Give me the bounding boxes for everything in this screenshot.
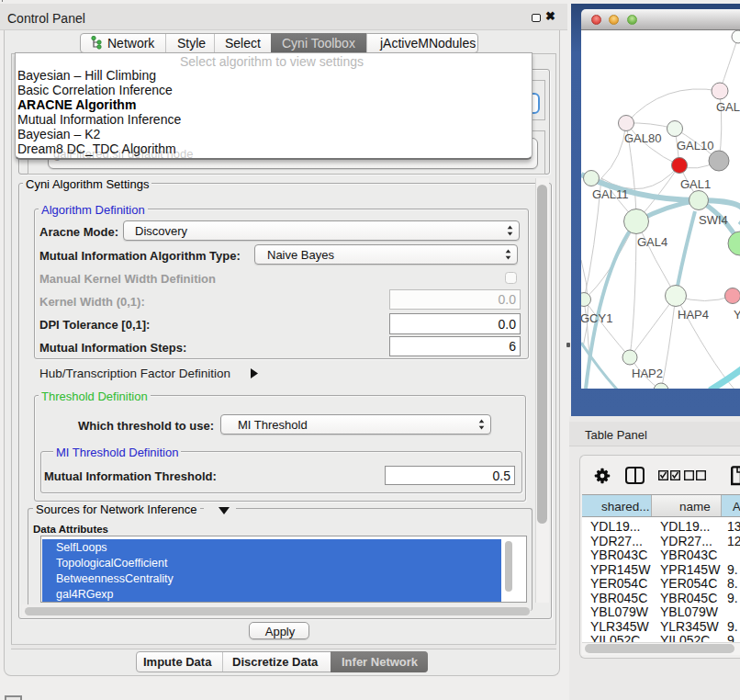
svg-text:GAL4: GAL4 <box>637 235 667 249</box>
svg-text:GCY1: GCY1 <box>581 311 612 325</box>
svg-text:Y: Y <box>734 308 740 322</box>
svg-text:GAL80: GAL80 <box>624 131 661 145</box>
svg-text:GAL11: GAL11 <box>592 187 629 201</box>
svg-text:GAL1: GAL1 <box>680 177 711 191</box>
svg-text:HAP4: HAP4 <box>678 308 709 322</box>
svg-text:HAP2: HAP2 <box>632 367 663 380</box>
svg-text:GAL…: GAL… <box>716 100 740 114</box>
svg-text:SWI4: SWI4 <box>699 213 728 227</box>
svg-text:GAL10: GAL10 <box>677 139 713 152</box>
